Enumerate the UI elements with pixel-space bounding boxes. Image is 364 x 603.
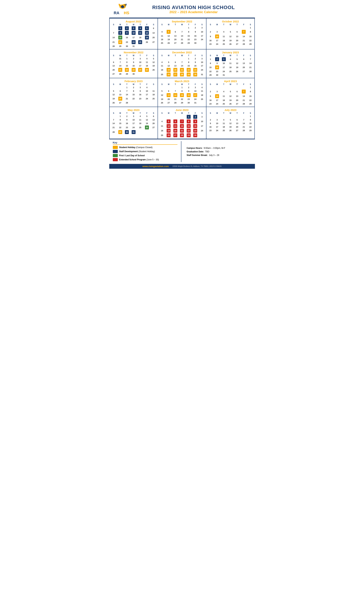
calendar-day: 29: [185, 41, 192, 45]
calendar-day: [234, 115, 240, 118]
calendar-day: 3: [199, 57, 205, 60]
calendar-day: [110, 86, 117, 89]
calendar-day: [227, 86, 234, 89]
month-title: September 2022: [159, 19, 205, 23]
calendar-day: 6: [172, 30, 179, 34]
calendar-day: 15: [124, 64, 130, 68]
calendar-day: 15: [185, 124, 192, 128]
calendar-day: 9: [137, 89, 144, 93]
calendar-day: 18: [220, 98, 227, 102]
calendar-day: 4: [220, 30, 227, 34]
calendar-day: 17: [192, 93, 199, 97]
calendar-day: 29: [247, 42, 254, 46]
calendar-day: 11: [144, 60, 150, 64]
calendar-day: 19: [234, 65, 240, 70]
calendar-day: 2: [124, 115, 130, 118]
calendar-day: 29: [117, 45, 124, 48]
calendar-day: [144, 130, 150, 134]
calendar-day: 28: [179, 133, 185, 138]
calendar-day: 24: [199, 128, 205, 133]
calendar-day: 15: [247, 94, 254, 98]
calendar-day: 23: [207, 102, 214, 105]
calendar-day: 1: [207, 57, 214, 61]
calendar-day: 23: [192, 38, 199, 41]
calendar-day: 18: [137, 35, 144, 40]
calendar-day: 14: [172, 93, 179, 97]
calendar-day: 3: [199, 115, 205, 119]
calendar-day: 20: [117, 96, 124, 101]
month-title: January 2023: [207, 50, 254, 54]
calendar-day: 5: [144, 26, 150, 31]
calendar-day: 21: [240, 98, 247, 102]
calendar-day: 16: [207, 125, 214, 129]
calendar-day: 29: [185, 133, 192, 138]
calendar-day: 20: [234, 39, 240, 42]
calendar-day: 10: [130, 118, 137, 122]
calendar-day: 24: [199, 68, 205, 72]
calendar-day: 3: [137, 86, 144, 89]
calendar-day: 4: [227, 57, 234, 61]
calendar-day: 8: [117, 31, 124, 35]
calendar-day: 6: [172, 119, 179, 124]
calendar-day: 14: [240, 94, 247, 98]
calendar-day: 14: [240, 34, 247, 39]
calendar-day: 6: [150, 26, 157, 31]
calendars-grid: August 2022SMTWTFS1234567891011121314151…: [109, 18, 255, 139]
calendar-day: 23: [124, 125, 130, 130]
calendar-day: 8: [247, 30, 254, 34]
calendar-day: 8: [247, 89, 254, 94]
calendar-day: [214, 115, 220, 118]
calendar-day: [234, 73, 240, 77]
calendar-day: 23: [137, 96, 144, 101]
svg-point-5: [124, 5, 125, 5]
calendar-day: [150, 72, 157, 76]
calendar-day: 11: [159, 124, 165, 128]
calendar-day: 8: [117, 118, 124, 122]
calendar-day: 2: [124, 26, 130, 31]
calendar-day: 26: [234, 70, 240, 73]
calendar-day: 16: [192, 34, 199, 38]
calendar-day: 27: [172, 41, 179, 45]
calendar-day: 13: [234, 94, 240, 98]
calendar-day: [214, 86, 220, 89]
calendar-day: 17: [214, 125, 220, 129]
calendar-day: 25: [137, 125, 144, 130]
calendar-day: 30: [192, 133, 199, 138]
calendar-day: 24: [220, 70, 227, 73]
calendar-day: [150, 130, 157, 134]
calendar-day: 17: [137, 64, 144, 68]
key-item: Staff Development (Student Holiday): [113, 150, 177, 153]
calendar-day: 14: [179, 124, 185, 128]
calendar-day: 28: [172, 101, 179, 104]
calendar-day: 5: [159, 89, 165, 93]
bottom-bar: www.risingaviation.com 15506 Wright Brot…: [109, 164, 255, 169]
calendar-day: 1: [185, 115, 192, 119]
calendar-day: 28: [110, 130, 117, 134]
calendar-day: 7: [124, 89, 130, 93]
calendar-day: 7: [179, 60, 185, 64]
calendar-day: 7: [110, 118, 117, 122]
calendar-day: 12: [165, 124, 172, 128]
calendar-day: 20: [172, 68, 179, 72]
calendar-day: 22: [185, 68, 192, 72]
calendar-day: [220, 115, 227, 118]
calendar-day: [159, 57, 165, 60]
calendar-day: [220, 26, 227, 30]
calendar-day: 13: [165, 93, 172, 97]
calendar-day: 31: [130, 130, 137, 134]
calendar-day: 11: [220, 122, 227, 125]
calendar-day: 20: [110, 68, 117, 72]
calendar-day: 21: [117, 68, 124, 72]
calendar-day: 10: [130, 31, 137, 35]
address: 15506 Wright Brothers Dr, Addison, TX 75…: [172, 165, 222, 167]
calendar-day: 27: [172, 72, 179, 77]
calendar-day: 11: [220, 34, 227, 39]
calendar-day: 8: [207, 61, 214, 65]
calendar-day: 3: [214, 118, 220, 122]
calendar-day: [159, 115, 165, 119]
month-block: May 2023SMTWTFS1234567891011121314151617…: [110, 107, 158, 139]
calendar-day: [227, 73, 234, 77]
calendar-day: 24: [130, 125, 137, 130]
calendar-day: 5: [165, 119, 172, 124]
calendar-day: 22: [117, 125, 124, 130]
